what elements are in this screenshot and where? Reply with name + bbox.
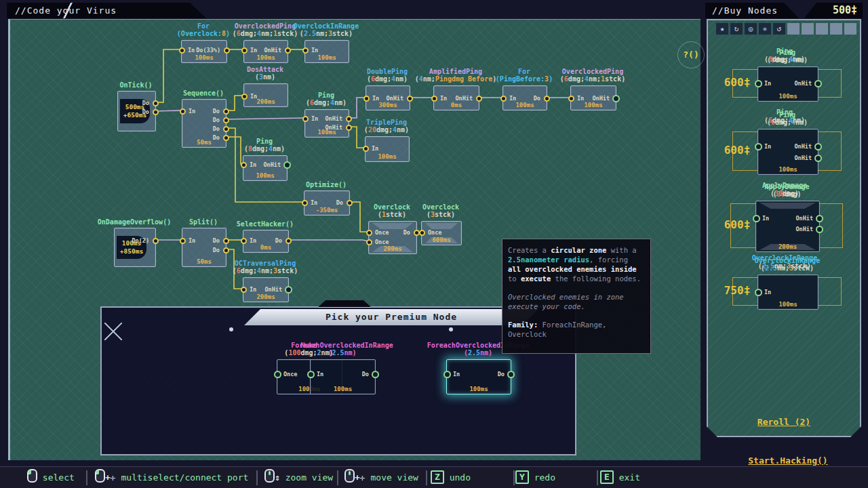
node-cooldown: 200ms [369, 245, 416, 252]
port-in[interactable] [431, 96, 437, 102]
key-y-icon: Y [515, 470, 529, 484]
port-in[interactable] [302, 200, 308, 206]
port-label: In [509, 95, 516, 102]
node-for[interactable]: 100msInDo [502, 85, 547, 110]
node-overclock[interactable]: 600msOnce [421, 221, 462, 245]
refresh-icon[interactable]: ↻ [730, 23, 743, 35]
burst-icon[interactable]: ✳ [759, 23, 771, 35]
port-onhit[interactable] [816, 215, 823, 222]
port-label: OnHit [264, 47, 281, 54]
port-label: Do [275, 237, 282, 244]
node-dosattack[interactable]: 200msIn [243, 83, 288, 107]
port-in[interactable] [241, 287, 247, 293]
port-in[interactable] [302, 47, 309, 54]
port-onhit[interactable] [285, 286, 292, 293]
port-do[interactable] [544, 96, 550, 102]
rotate-icon[interactable]: ↺ [773, 23, 785, 35]
node-overclock[interactable]: 200msOnceOnceDo [368, 221, 417, 254]
node-split[interactable]: 50msInDoDo [182, 228, 226, 267]
node-sequence[interactable]: 50msInDoDoDoDo [182, 99, 226, 148]
port-label: In [250, 47, 257, 54]
port-do[interactable] [223, 126, 229, 132]
port-onhit[interactable] [407, 96, 413, 102]
port-onhit[interactable] [285, 47, 291, 54]
port-in[interactable] [443, 371, 451, 378]
target-icon[interactable]: ◎ [745, 23, 757, 35]
port-do33[interactable] [224, 47, 230, 54]
port-onhit[interactable] [476, 96, 482, 102]
port-once[interactable] [366, 230, 372, 236]
node-overclockinrange[interactable]: 100msIn [304, 40, 349, 63]
port-do[interactable] [347, 200, 353, 206]
port-onhit[interactable] [283, 161, 291, 169]
port-do[interactable] [223, 135, 229, 141]
node-foreachoverclockedinrange[interactable]: 100msInDo [446, 359, 511, 394]
port-in[interactable] [179, 47, 185, 54]
port-do[interactable] [223, 117, 229, 123]
node-foreachoverclockedinrange[interactable]: 100msInDo [310, 359, 376, 394]
port-in[interactable] [500, 96, 507, 102]
port-in[interactable] [241, 47, 248, 54]
reroll-button[interactable]: Reroll (2) [708, 417, 860, 427]
port-onhit[interactable] [814, 143, 822, 150]
node-ondamageoverflow[interactable]: 100ms+850msDo(2) [114, 228, 156, 267]
node-amplifiedping[interactable]: 0msInOnHit [433, 85, 479, 110]
node-selecthacker[interactable]: 0msInDo [243, 230, 289, 253]
node-cooldown: 100ms [305, 54, 349, 61]
port-in[interactable] [180, 238, 186, 244]
port-in[interactable] [307, 371, 315, 378]
port-do[interactable] [223, 108, 229, 115]
port-onhit[interactable] [346, 116, 352, 122]
port-in[interactable] [241, 162, 247, 168]
port-once[interactable] [274, 371, 281, 378]
node-ping[interactable]: 100msInOnHitOnHit [304, 109, 349, 138]
port-once[interactable] [366, 239, 372, 245]
port-do[interactable] [372, 371, 379, 378]
node-ontick[interactable]: 500ms+650msDoDo [117, 91, 156, 131]
node-octraversalping[interactable]: 200msInOnHit [243, 277, 289, 302]
port-onhit[interactable] [346, 125, 352, 131]
port-label: OnHit [264, 286, 282, 293]
node-doubleping[interactable]: 300msInOnHit [366, 85, 410, 110]
node-optimize[interactable]: -350msInDo [304, 190, 350, 216]
port-onhit[interactable] [814, 80, 822, 87]
port-in[interactable] [241, 238, 247, 244]
port-label: Do [534, 95, 540, 102]
game-screen: { "title_bar": {"title": "//Code your Vi… [0, 0, 868, 488]
port-in[interactable] [302, 116, 309, 122]
port-do[interactable] [507, 371, 515, 378]
port-label: In [453, 371, 460, 378]
node-for[interactable]: 100msInDo(33%) [181, 40, 227, 63]
port-in[interactable] [568, 96, 574, 102]
port-do2[interactable] [153, 238, 159, 244]
shop-item-name: Ping(6dmg;4nm) [709, 108, 860, 125]
premium-panel-tab [317, 300, 372, 308]
help-button[interactable]: ?() [677, 41, 705, 68]
port-do[interactable] [153, 109, 159, 115]
port-do[interactable] [223, 238, 229, 244]
node-cooldown: 100ms [758, 166, 818, 173]
port-in[interactable] [180, 108, 186, 115]
node-overclockinrange[interactable]: 100msIn [757, 274, 818, 310]
node-ping[interactable]: 100msInOnHitOnHit [757, 129, 818, 175]
node-label: Optimize() [252, 181, 401, 188]
port-onhit[interactable] [612, 95, 620, 102]
port-do[interactable] [223, 247, 229, 253]
port-do[interactable] [285, 238, 292, 244]
node-ping[interactable]: 100msInOnHit [243, 155, 288, 181]
port-once[interactable] [419, 230, 425, 236]
port-onhit[interactable] [816, 226, 823, 233]
cursor-icon[interactable]: ★ [716, 23, 728, 35]
node-applydamage[interactable]: 200msInOnHitOnHit [755, 201, 820, 252]
node-ping[interactable]: 100msInOnHit [757, 66, 818, 102]
node-overclockedping[interactable]: 100msInOnHit [243, 40, 288, 63]
start-hacking-button[interactable]: Start.Hacking() [734, 455, 842, 466]
node-tripleping[interactable]: 100msIn [365, 136, 410, 162]
port-in[interactable] [363, 146, 369, 152]
controls-hint-bar: select+✛ multiselect/connect port⇕ zoom … [0, 466, 868, 488]
node-overclockedping[interactable]: 100msInOnHit [570, 85, 616, 110]
port-onhit[interactable] [814, 155, 822, 162]
port-do[interactable] [153, 100, 159, 106]
port-in[interactable] [241, 94, 248, 100]
port-in[interactable] [363, 96, 370, 102]
